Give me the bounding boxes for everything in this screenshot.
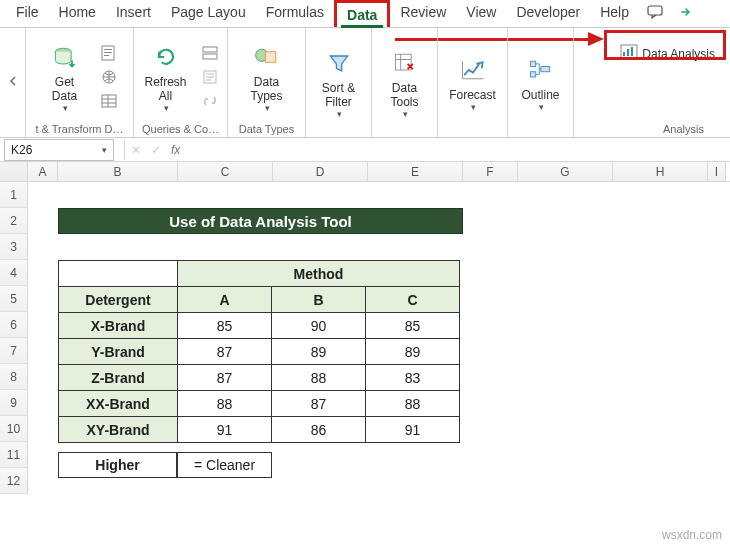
tab-insert[interactable]: Insert — [106, 0, 161, 27]
row-9[interactable]: 9 — [0, 390, 28, 416]
data-tools-button[interactable]: Data Tools ▾ — [380, 45, 430, 121]
row-7[interactable]: 7 — [0, 338, 28, 364]
cell-4-0[interactable]: 91 — [178, 417, 272, 443]
comments-icon[interactable] — [639, 0, 671, 27]
col-E[interactable]: E — [368, 162, 463, 181]
legend-cleaner[interactable]: = Cleaner — [177, 452, 272, 478]
col-A[interactable]: A — [28, 162, 58, 181]
forecast-button[interactable]: Forecast ▾ — [445, 52, 500, 114]
chevron-down-icon: ▾ — [164, 103, 169, 113]
method-A[interactable]: A — [178, 287, 272, 313]
data-tools-icon — [389, 47, 421, 79]
col-D[interactable]: D — [273, 162, 368, 181]
method-B[interactable]: B — [272, 287, 366, 313]
sort-filter-button[interactable]: Sort & Filter ▾ — [314, 45, 364, 121]
properties-button[interactable] — [199, 66, 221, 88]
row-10[interactable]: 10 — [0, 416, 28, 442]
cell-1-0[interactable]: 87 — [178, 339, 272, 365]
cell-1-2[interactable]: 89 — [366, 339, 460, 365]
cell-2-0[interactable]: 87 — [178, 365, 272, 391]
col-F[interactable]: F — [463, 162, 518, 181]
brand-0[interactable]: X-Brand — [59, 313, 178, 339]
row-2[interactable]: 2 — [0, 208, 28, 234]
refresh-all-button[interactable]: Refresh All ▾ — [140, 39, 190, 115]
data-types-label: Data Types — [250, 75, 282, 103]
method-header[interactable]: Method — [178, 261, 460, 287]
brand-3[interactable]: XX-Brand — [59, 391, 178, 417]
tab-home[interactable]: Home — [49, 0, 106, 27]
cell-3-2[interactable]: 88 — [366, 391, 460, 417]
col-B[interactable]: B — [58, 162, 178, 181]
row-5[interactable]: 5 — [0, 286, 28, 312]
tab-data[interactable]: Data — [334, 0, 390, 27]
row-6[interactable]: 6 — [0, 312, 28, 338]
chevron-down-icon: ▾ — [265, 103, 270, 113]
col-C[interactable]: C — [178, 162, 273, 181]
cell-empty[interactable] — [59, 261, 178, 287]
brand-2[interactable]: Z-Brand — [59, 365, 178, 391]
cells-area[interactable]: Use of Data Analysis Tool Method Deterge… — [28, 182, 730, 494]
col-H[interactable]: H — [613, 162, 708, 181]
col-I[interactable]: I — [708, 162, 726, 181]
get-data-button[interactable]: Get Data ▾ — [40, 39, 90, 115]
svg-rect-16 — [541, 66, 550, 71]
detergent-header[interactable]: Detergent — [59, 287, 178, 313]
tab-review[interactable]: Review — [390, 0, 456, 27]
tab-help[interactable]: Help — [590, 0, 639, 27]
name-box[interactable]: K26 ▾ — [4, 139, 114, 161]
row-11[interactable]: 11 — [0, 442, 28, 468]
outline-button[interactable]: Outline ▾ — [516, 52, 566, 114]
legend-row: Higher = Cleaner — [58, 452, 272, 478]
cell-4-2[interactable]: 91 — [366, 417, 460, 443]
tab-pagelayout[interactable]: Page Layou — [161, 0, 256, 27]
select-all-corner[interactable] — [0, 162, 28, 181]
tab-file[interactable]: File — [6, 0, 49, 27]
outline-label: Outline — [521, 88, 559, 102]
svg-rect-9 — [203, 54, 217, 59]
cell-3-1[interactable]: 87 — [272, 391, 366, 417]
cell-0-0[interactable]: 85 — [178, 313, 272, 339]
fx-icon[interactable]: fx — [171, 143, 180, 157]
brand-1[interactable]: Y-Brand — [59, 339, 178, 365]
data-analysis-label: Data Analysis — [642, 47, 715, 61]
row-1[interactable]: 1 — [0, 182, 28, 208]
chevron-down-icon: ▾ — [539, 102, 544, 112]
ribbon-collapse-button[interactable] — [2, 70, 24, 92]
row-4[interactable]: 4 — [0, 260, 28, 286]
queries-connections-button[interactable] — [199, 42, 221, 64]
refresh-icon — [150, 41, 182, 73]
from-web-button[interactable] — [98, 66, 120, 88]
formula-bar[interactable] — [180, 139, 730, 161]
cell-0-2[interactable]: 85 — [366, 313, 460, 339]
cell-1-1[interactable]: 89 — [272, 339, 366, 365]
share-icon[interactable] — [671, 0, 703, 27]
cell-4-1[interactable]: 86 — [272, 417, 366, 443]
cell-3-0[interactable]: 88 — [178, 391, 272, 417]
data-analysis-button[interactable]: Data Analysis — [611, 38, 724, 69]
tab-developer[interactable]: Developer — [506, 0, 590, 27]
spreadsheet-grid: 1 2 3 4 5 6 7 8 9 10 11 12 Use of Data A… — [0, 182, 730, 494]
cancel-formula-icon[interactable]: ✕ — [131, 143, 141, 157]
brand-4[interactable]: XY-Brand — [59, 417, 178, 443]
col-G[interactable]: G — [518, 162, 613, 181]
row-12[interactable]: 12 — [0, 468, 28, 494]
from-table-button[interactable] — [98, 90, 120, 112]
cell-0-1[interactable]: 90 — [272, 313, 366, 339]
legend-higher[interactable]: Higher — [58, 452, 177, 478]
cell-2-1[interactable]: 88 — [272, 365, 366, 391]
row-8[interactable]: 8 — [0, 364, 28, 390]
data-types-icon — [251, 41, 283, 73]
svg-rect-12 — [265, 51, 276, 62]
from-text-button[interactable] — [98, 42, 120, 64]
ribbon: Get Data ▾ t & Transform D… Refresh All … — [0, 28, 730, 138]
tab-view[interactable]: View — [456, 0, 506, 27]
tab-formulas[interactable]: Formulas — [256, 0, 334, 27]
method-C[interactable]: C — [366, 287, 460, 313]
get-data-icon — [49, 41, 81, 73]
cell-2-2[interactable]: 83 — [366, 365, 460, 391]
data-types-button[interactable]: Data Types ▾ — [242, 39, 292, 115]
row-3[interactable]: 3 — [0, 234, 28, 260]
data-table: Method Detergent A B C X-Brand 85 90 85 … — [58, 260, 460, 443]
enter-formula-icon[interactable]: ✓ — [151, 143, 161, 157]
edit-links-button[interactable] — [199, 90, 221, 112]
